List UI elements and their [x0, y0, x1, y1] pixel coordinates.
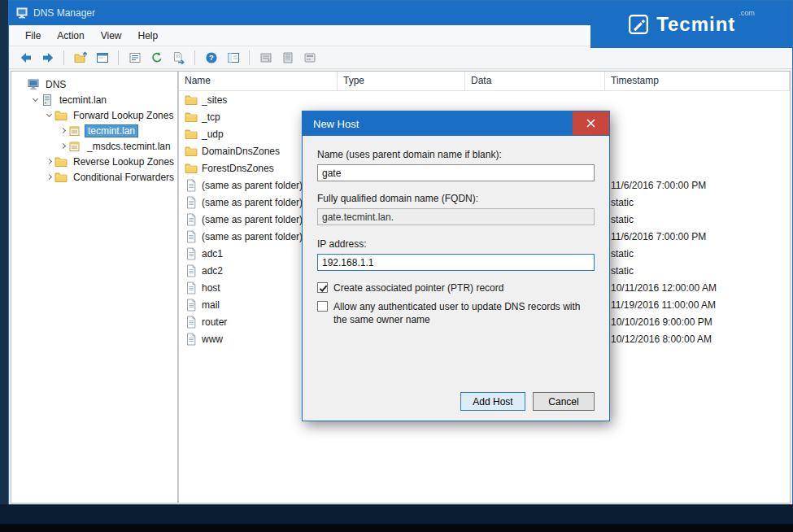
chevron-right-icon[interactable]	[58, 142, 68, 151]
record-name: router	[202, 316, 227, 328]
dns-app-icon	[15, 7, 28, 20]
console-window-icon[interactable]	[92, 49, 112, 67]
svg-text:?: ?	[209, 53, 214, 62]
tree-item-tecmint-lan[interactable]: tecmint.lan	[11, 123, 177, 138]
refresh-icon[interactable]	[146, 49, 167, 67]
server-record-3-icon[interactable]	[299, 49, 320, 67]
dialog-title-bar[interactable]: New Host	[303, 111, 609, 136]
menu-view[interactable]: View	[93, 25, 130, 46]
record-icon	[185, 179, 198, 192]
tree-item-label: DNS	[43, 78, 68, 91]
close-icon	[586, 119, 595, 128]
ptr-record-checkbox[interactable]: Create associated pointer (PTR) record	[317, 281, 595, 294]
forward-icon[interactable]	[37, 49, 58, 67]
chevron-right-icon[interactable]	[44, 172, 54, 182]
record-timestamp: static	[605, 194, 790, 211]
tree-item-forward-lookup-zones[interactable]: Forward Lookup Zones	[11, 107, 177, 123]
help-icon[interactable]: ?	[201, 49, 221, 67]
record-name: _tcp	[202, 111, 220, 123]
column-header-name[interactable]: Name	[179, 72, 338, 90]
record-name: (same as parent folder)	[202, 180, 303, 191]
table-row[interactable]: _sites	[179, 91, 790, 108]
record-name: adc1	[202, 248, 223, 259]
chevron-down-icon[interactable]	[44, 111, 54, 120]
properties-icon[interactable]	[124, 49, 145, 67]
dns-manager-window: DNS Manager Tecmint .com FileActionViewH…	[8, 0, 793, 506]
menu-file[interactable]: File	[17, 25, 49, 46]
record-timestamp: static	[605, 211, 790, 228]
authenticated-update-checkbox[interactable]: Allow any authenticated user to update D…	[317, 300, 595, 326]
tree-item-label: Forward Lookup Zones	[71, 109, 176, 122]
host-name-input[interactable]	[317, 164, 595, 181]
folder-icon	[54, 171, 68, 184]
console-tree-panel: DNStecmint.lanForward Lookup Zonestecmin…	[11, 71, 178, 504]
server-record-2-icon[interactable]	[277, 49, 298, 67]
folder-icon	[185, 94, 198, 107]
record-icon	[185, 196, 198, 209]
folder-icon	[185, 111, 198, 124]
cancel-button[interactable]: Cancel	[533, 392, 595, 411]
column-header-timestamp[interactable]: Timestamp	[605, 72, 790, 90]
tree-item-conditional-forwarders[interactable]: Conditional Forwarders	[11, 169, 177, 185]
add-host-button[interactable]: Add Host	[460, 392, 525, 411]
tree-item-dns[interactable]: DNS	[11, 76, 177, 92]
record-timestamp: 10/11/2016 12:00:00 AM	[605, 279, 790, 296]
record-timestamp: 11/6/2016 7:00:00 PM	[605, 228, 790, 245]
record-timestamp: 11/19/2016 11:00:00 AM	[605, 296, 790, 313]
folder-nav-icon[interactable]	[70, 49, 90, 67]
close-button[interactable]	[573, 111, 609, 135]
record-timestamp	[605, 125, 790, 142]
toolbar-separator	[194, 50, 195, 65]
chevron-right-icon[interactable]	[44, 157, 54, 167]
record-name: _sites	[202, 94, 227, 106]
dialog-button-row: Add Host Cancel	[460, 392, 595, 411]
folder-icon	[54, 155, 68, 168]
toolbar-separator	[63, 50, 64, 65]
record-name: adc2	[202, 265, 223, 277]
record-name: (same as parent folder)	[202, 231, 303, 242]
zone-icon	[68, 140, 81, 153]
folder-icon	[185, 145, 198, 158]
record-timestamp: 10/12/2016 8:00:00 AM	[605, 330, 790, 347]
record-name: host	[202, 282, 220, 294]
record-timestamp: static	[605, 245, 790, 262]
no-chevron	[16, 80, 26, 89]
record-icon	[185, 281, 198, 294]
record-name: (same as parent folder)	[202, 214, 303, 225]
record-name: DomainDnsZones	[202, 146, 280, 157]
record-timestamp	[605, 91, 790, 108]
folder-icon	[185, 162, 198, 175]
tree-item-tecmint-lan[interactable]: tecmint.lan	[11, 92, 177, 107]
server-record-1-icon[interactable]	[255, 49, 276, 67]
menu-action[interactable]: Action	[49, 25, 92, 46]
list-header: Name Type Data Timestamp	[179, 72, 790, 91]
record-timestamp	[605, 142, 790, 159]
export-list-icon[interactable]	[168, 49, 189, 67]
record-name: _udp	[202, 129, 224, 140]
ip-address-input[interactable]	[317, 254, 595, 271]
tecmint-pencil-icon	[628, 14, 649, 35]
menu-help[interactable]: Help	[130, 25, 167, 46]
brand-suffix: .com	[739, 9, 755, 17]
chevron-down-icon[interactable]	[30, 95, 40, 105]
tree-item--msdcs-tecmint-lan[interactable]: _msdcs.tecmint.lan	[11, 138, 177, 154]
folder-icon	[185, 128, 198, 141]
column-header-type[interactable]: Type	[338, 72, 465, 90]
record-timestamp: 10/10/2016 9:00:00 PM	[605, 313, 790, 330]
record-icon	[185, 299, 198, 312]
dialog-body: Name (uses parent domain name if blank):…	[303, 136, 609, 421]
desktop-strip	[0, 504, 793, 524]
toolbar-separator	[118, 50, 119, 65]
record-type	[338, 91, 465, 108]
console-tree-icon[interactable]	[223, 49, 243, 67]
ip-address-label: IP address:	[317, 238, 595, 250]
chevron-right-icon[interactable]	[58, 126, 68, 136]
back-icon[interactable]	[15, 49, 36, 67]
dialog-title: New Host	[313, 118, 359, 130]
window-title: DNS Manager	[33, 7, 95, 19]
folder-icon	[54, 109, 68, 122]
record-name: mail	[202, 299, 220, 311]
column-header-data[interactable]: Data	[465, 72, 605, 90]
tree-item-label: tecmint.lan	[57, 94, 109, 107]
tree-item-reverse-lookup-zones[interactable]: Reverse Lookup Zones	[11, 154, 177, 169]
